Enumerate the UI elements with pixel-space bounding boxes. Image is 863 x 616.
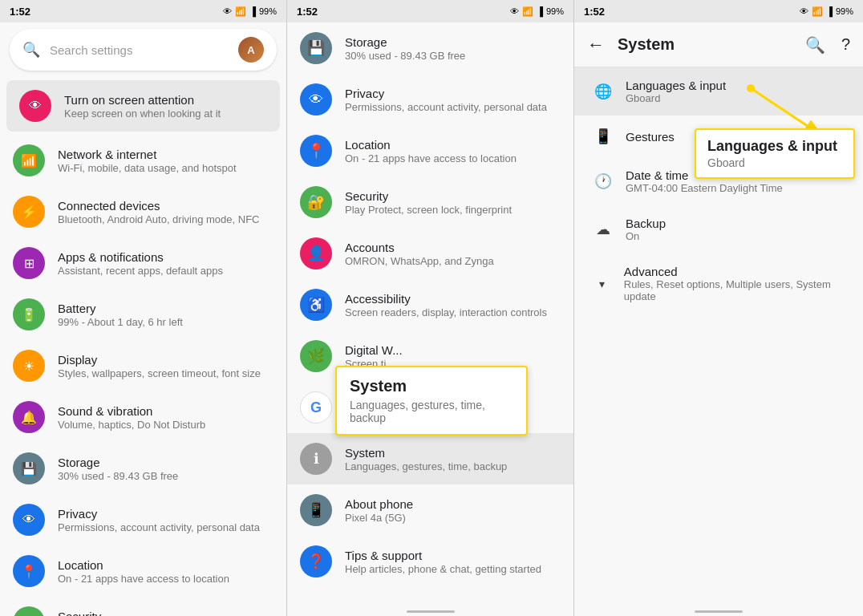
middle-item-accessibility[interactable]: ♿ Accessibility Screen readers, display,… <box>287 279 573 330</box>
status-bar-left: 1:52 👁 📶 ▐ 99% <box>0 0 286 22</box>
connected-subtitle: Bluetooth, Android Auto, driving mode, N… <box>58 213 273 225</box>
settings-item-attention[interactable]: 👁 Turn on screen attention Keep screen o… <box>6 80 280 132</box>
settings-item-apps[interactable]: ⊞ Apps & notifications Assistant, recent… <box>0 237 286 289</box>
security-title: Security <box>58 610 273 617</box>
right-panel: 1:52 👁 📶 ▐ 99% ← System 🔍 ? 🌐 Languages … <box>574 0 863 616</box>
m-privacy-subtitle: Permissions, account activity, personal … <box>345 101 561 113</box>
m-tips-subtitle: Help articles, phone & chat, getting sta… <box>345 563 561 575</box>
privacy-subtitle: Permissions, account activity, personal … <box>58 521 273 533</box>
help-button-right[interactable]: ? <box>835 29 857 61</box>
settings-item-security[interactable]: 🔐 Security Play Protect, screen lock, fi… <box>0 597 286 616</box>
attention-subtitle: Keep screen on when looking at it <box>64 107 267 120</box>
settings-item-display[interactable]: ☀ Display Styles, wallpapers, screen tim… <box>0 340 286 391</box>
right-item-languages[interactable]: 🌐 Languages & input Gboard <box>574 67 863 116</box>
time-middle: 1:52 <box>297 6 318 18</box>
middle-settings-list: 💾 Storage 30% used - 89.43 GB free 👁 Pri… <box>287 22 573 616</box>
settings-item-storage[interactable]: 💾 Storage 30% used - 89.43 GB free <box>0 443 286 494</box>
signal-icon-r: ▐ <box>826 6 833 16</box>
lang-tooltip-title: Languages & input <box>707 138 842 155</box>
m-location-subtitle: On - 21 apps have access to location <box>345 152 561 164</box>
system-tooltip: System Languages, gestures, time, backup <box>335 366 528 436</box>
middle-item-system[interactable]: ℹ System Languages, gestures, time, back… <box>287 433 573 484</box>
middle-item-storage[interactable]: 💾 Storage 30% used - 89.43 GB free <box>287 22 573 74</box>
m-system-icon: ℹ <box>300 443 332 475</box>
gestures-icon: 📱 <box>594 127 613 146</box>
m-storage-subtitle: 30% used - 89.43 GB free <box>345 50 561 62</box>
backup-title: Backup <box>626 217 666 230</box>
privacy-icon: 👁 <box>13 504 45 536</box>
search-bar[interactable]: 🔍 Search settings A <box>10 29 277 71</box>
signal-icon: ▐ <box>249 6 256 16</box>
battery-icon-r: 99% <box>836 6 853 16</box>
location-icon: 📍 <box>13 555 45 587</box>
apps-title: Apps & notifications <box>58 250 273 264</box>
status-bar-middle: 1:52 👁 📶 ▐ 99% <box>287 0 573 22</box>
status-icons-left: 👁 📶 ▐ 99% <box>223 6 277 17</box>
right-item-advanced[interactable]: ▾ Advanced Rules, Reset options, Multipl… <box>574 253 863 314</box>
display-title: Display <box>58 353 273 367</box>
battery-subtitle: 99% - About 1 day, 6 hr left <box>58 316 273 328</box>
apps-icon: ⊞ <box>13 247 45 279</box>
middle-item-about[interactable]: 📱 About phone Pixel 4a (5G) <box>287 484 573 536</box>
apps-subtitle: Assistant, recent apps, default apps <box>58 265 273 277</box>
system-tooltip-title: System <box>350 377 513 395</box>
network-icon: 📶 <box>13 144 45 176</box>
m-google-icon: G <box>300 391 332 424</box>
storage-icon: 💾 <box>13 452 45 484</box>
settings-item-location[interactable]: 📍 Location On - 21 apps have access to l… <box>0 545 286 597</box>
eye-icon-r: 👁 <box>800 6 808 16</box>
advanced-subtitle: Rules, Reset options, Multiple users, Sy… <box>624 278 844 302</box>
system-title: System <box>618 35 792 54</box>
search-placeholder: Search settings <box>50 43 229 57</box>
settings-item-connected[interactable]: ⚡ Connected devices Bluetooth, Android A… <box>0 186 286 237</box>
status-icons-middle: 👁 📶 ▐ 99% <box>510 6 564 17</box>
m-tips-icon: ❓ <box>300 545 332 578</box>
battery-icon: 99% <box>259 6 277 16</box>
settings-item-sound[interactable]: 🔔 Sound & vibration Volume, haptics, Do … <box>0 391 286 443</box>
privacy-title: Privacy <box>58 507 273 521</box>
settings-item-network[interactable]: 📶 Network & internet Wi-Fi, mobile, data… <box>0 135 286 186</box>
m-accessibility-subtitle: Screen readers, display, interaction con… <box>345 306 561 318</box>
middle-item-location[interactable]: 📍 Location On - 21 apps have access to l… <box>287 125 573 176</box>
sound-title: Sound & vibration <box>58 404 273 418</box>
location-subtitle: On - 21 apps have access to location <box>58 573 273 585</box>
m-digital-title: Digital W... <box>345 343 561 357</box>
m-accounts-title: Accounts <box>345 241 561 254</box>
header-icons: 🔍 ? <box>799 29 857 61</box>
middle-item-accounts[interactable]: 👤 Accounts OMRON, WhatsApp, and Zynga <box>287 228 573 279</box>
security-icon: 🔐 <box>13 606 45 616</box>
datetime-icon: 🕐 <box>594 172 613 191</box>
m-digital-icon: 🌿 <box>300 340 332 372</box>
right-item-backup[interactable]: ☁ Backup On <box>574 205 863 253</box>
search-button-right[interactable]: 🔍 <box>799 29 832 61</box>
m-system-title: System <box>345 446 561 460</box>
m-security-title: Security <box>345 189 561 203</box>
location-title: Location <box>58 558 273 572</box>
eye-icon: 👁 <box>223 6 232 16</box>
m-location-icon: 📍 <box>300 135 332 167</box>
connected-icon: ⚡ <box>13 196 45 228</box>
lang-tooltip-subtitle: Gboard <box>707 156 842 169</box>
back-button[interactable]: ← <box>581 28 611 62</box>
time-right: 1:52 <box>584 6 605 18</box>
search-icon: 🔍 <box>22 41 40 59</box>
middle-item-security[interactable]: 🔐 Security Play Protect, screen lock, fi… <box>287 176 573 228</box>
settings-item-privacy[interactable]: 👁 Privacy Permissions, account activity,… <box>0 494 286 545</box>
attention-text: Turn on screen attention Keep screen on … <box>64 93 267 120</box>
battery-icon-item: 🔋 <box>13 298 45 330</box>
advanced-title: Advanced <box>624 265 844 278</box>
battery-icon-m: 99% <box>546 6 564 16</box>
middle-item-privacy[interactable]: 👁 Privacy Permissions, account activity,… <box>287 74 573 125</box>
m-system-subtitle: Languages, gestures, time, backup <box>345 460 561 472</box>
middle-item-tips[interactable]: ❓ Tips & support Help articles, phone & … <box>287 536 573 587</box>
attention-title: Turn on screen attention <box>64 93 267 107</box>
backup-subtitle: On <box>626 230 666 242</box>
m-accessibility-icon: ♿ <box>300 289 332 321</box>
scrollbar-right <box>695 610 743 613</box>
settings-item-battery[interactable]: 🔋 Battery 99% - About 1 day, 6 hr left <box>0 289 286 340</box>
m-tips-title: Tips & support <box>345 549 561 562</box>
m-storage-title: Storage <box>345 35 561 49</box>
avatar[interactable]: A <box>238 37 264 63</box>
left-panel: 1:52 👁 📶 ▐ 99% 🔍 Search settings A 👁 Tur… <box>0 0 287 616</box>
m-accounts-subtitle: OMRON, WhatsApp, and Zynga <box>345 255 561 267</box>
